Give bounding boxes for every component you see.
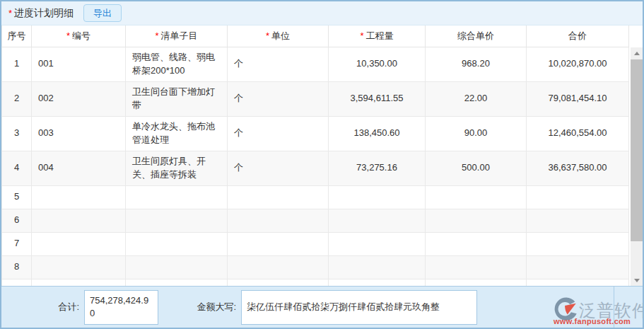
col-header-code: *编号	[32, 25, 126, 47]
table-row: 5	[2, 185, 629, 209]
arrow-down-icon	[634, 279, 640, 282]
cell-total[interactable]: 10,020,870.00	[527, 47, 629, 81]
table-header-row: 序号 *编号 *清单子目 *单位 *工程量 综合单价 合价	[2, 25, 629, 47]
cell-total[interactable]	[527, 209, 629, 232]
totals-footer: 合计: 754,278,424.90 金额大写: 柒亿伍仟肆佰贰拾柒万捌仟肆佰贰…	[1, 286, 643, 328]
cell-total[interactable]	[527, 185, 629, 209]
col-header-seq: 序号	[2, 25, 32, 47]
cell-quantity[interactable]	[329, 232, 426, 255]
cell-quantity[interactable]: 10,350.00	[329, 47, 426, 81]
cell-unit[interactable]	[228, 255, 329, 279]
cell-seq: 1	[2, 47, 32, 81]
cell-quantity[interactable]: 3,594,611.55	[329, 81, 426, 116]
cell-code[interactable]: 003	[32, 116, 126, 151]
required-asterisk: *	[66, 30, 70, 41]
cell-code[interactable]	[32, 209, 126, 232]
cell-code[interactable]: 002	[32, 81, 126, 116]
cell-item[interactable]: 卫生间原灯具、开关、插座等拆装	[126, 151, 228, 185]
cell-quantity[interactable]	[329, 209, 426, 232]
table-row: 8	[2, 255, 629, 279]
cell-unit-price[interactable]: 22.00	[426, 81, 527, 116]
cell-code[interactable]	[32, 232, 126, 255]
arrow-up-icon	[634, 52, 640, 55]
table-row: 7	[2, 232, 629, 255]
cell-item[interactable]	[126, 185, 228, 209]
cell-seq: 2	[2, 81, 32, 116]
table-row: 1 001 弱电管、线路、弱电桥架200*100 个 10,350.00 968…	[2, 47, 629, 81]
cell-unit[interactable]: 个	[228, 151, 329, 185]
cell-unit-price[interactable]	[426, 185, 527, 209]
cell-item[interactable]	[126, 255, 228, 279]
required-asterisk: *	[155, 30, 158, 41]
cell-code[interactable]	[32, 255, 126, 279]
required-asterisk: *	[360, 30, 363, 41]
cell-unit[interactable]: 个	[228, 116, 329, 151]
cell-unit[interactable]: 个	[228, 81, 329, 116]
col-header-unit-price: 综合单价	[426, 25, 527, 47]
cell-seq: 4	[2, 151, 32, 185]
footer-divider	[614, 287, 614, 328]
cell-code[interactable]: 004	[32, 151, 126, 185]
col-header-total: 合价	[527, 25, 629, 47]
cell-total[interactable]: 79,081,454.10	[527, 81, 629, 116]
cell-seq: 6	[2, 209, 32, 232]
scroll-down-button[interactable]	[631, 275, 643, 286]
grid-viewport: 序号 *编号 *清单子目 *单位 *工程量 综合单价 合价 1 001 弱电管、…	[1, 25, 643, 286]
total-label: 合计:	[1, 301, 84, 313]
cell-code[interactable]	[32, 185, 126, 209]
cell-quantity[interactable]	[329, 185, 426, 209]
export-button[interactable]: 导出	[83, 4, 122, 23]
table-row: 4 004 卫生间原灯具、开关、插座等拆装 个 73,275.16 500.00…	[2, 151, 629, 185]
cell-unit-price[interactable]	[426, 232, 527, 255]
scroll-up-button[interactable]	[631, 47, 643, 59]
cell-quantity[interactable]	[329, 255, 426, 279]
cell-unit[interactable]	[228, 209, 329, 232]
cell-code[interactable]: 001	[32, 47, 126, 81]
cell-seq: 8	[2, 255, 32, 279]
cell-unit-price[interactable]: 90.00	[426, 116, 527, 151]
col-header-quantity: *工程量	[329, 25, 426, 47]
cell-unit[interactable]: 个	[228, 47, 329, 81]
amount-words-value: 柒亿伍仟肆佰贰拾柒万捌仟肆佰贰拾肆元玖角整	[241, 290, 477, 325]
cell-unit[interactable]	[228, 185, 329, 209]
total-value: 754,278,424.90	[84, 290, 158, 325]
cell-seq: 5	[2, 185, 32, 209]
table-row: 6	[2, 209, 629, 232]
cell-total[interactable]: 36,637,580.00	[527, 151, 629, 185]
cell-total[interactable]: 12,460,554.00	[527, 116, 629, 151]
cell-item[interactable]: 卫生间台面下增加灯带	[126, 81, 228, 116]
table-row-clipped	[2, 279, 629, 286]
detail-table: 序号 *编号 *清单子目 *单位 *工程量 综合单价 合价 1 001 弱电管、…	[1, 25, 629, 286]
cell-seq: 3	[2, 116, 32, 151]
table-row: 3 003 单冷水龙头、拖布池管道处理 个 138,450.60 90.00 1…	[2, 116, 629, 151]
cell-total[interactable]	[527, 255, 629, 279]
progress-plan-detail-panel: * 进度计划明细 导出 序号 *编号 *清单子目 *单位 *工程量 综合单价 合…	[0, 0, 644, 329]
cell-unit-price[interactable]: 968.20	[426, 47, 527, 81]
cell-unit[interactable]	[228, 232, 329, 255]
cell-unit-price[interactable]	[426, 209, 527, 232]
panel-title: 进度计划明细	[14, 7, 74, 20]
cell-item[interactable]: 单冷水龙头、拖布池管道处理	[126, 116, 228, 151]
cell-total[interactable]	[527, 232, 629, 255]
vertical-scrollbar[interactable]	[631, 47, 643, 286]
required-asterisk: *	[266, 30, 269, 41]
cell-item[interactable]	[126, 232, 228, 255]
cell-item[interactable]: 弱电管、线路、弱电桥架200*100	[126, 47, 228, 81]
table-row: 2 002 卫生间台面下增加灯带 个 3,594,611.55 22.00 79…	[2, 81, 629, 116]
required-asterisk: *	[8, 8, 12, 18]
col-header-item: *清单子目	[126, 25, 228, 47]
cell-seq: 7	[2, 232, 32, 255]
cell-item[interactable]	[126, 209, 228, 232]
cell-unit-price[interactable]: 500.00	[426, 151, 527, 185]
cell-unit-price[interactable]	[426, 255, 527, 279]
col-header-unit: *单位	[228, 25, 329, 47]
amount-words-label: 金额大写:	[158, 301, 241, 313]
scrollbar-thumb[interactable]	[631, 59, 643, 241]
panel-titlebar: * 进度计划明细 导出	[1, 1, 643, 25]
cell-quantity[interactable]: 73,275.16	[329, 151, 426, 185]
cell-quantity[interactable]: 138,450.60	[329, 116, 426, 151]
